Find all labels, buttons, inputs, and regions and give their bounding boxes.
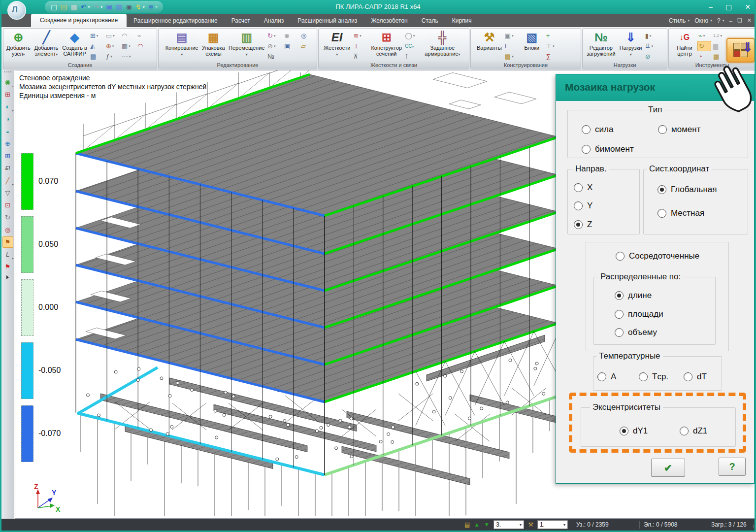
radio-circle[interactable] xyxy=(657,185,666,194)
mark-flag-icon[interactable]: ⚑ xyxy=(2,261,13,272)
given-reinforcement-button[interactable]: ╬ Заданноеармирование▾ xyxy=(423,29,462,61)
radio-mestnaya[interactable]: Местная xyxy=(657,208,704,218)
mesh-gen-icon[interactable]: ▦▾ xyxy=(121,41,135,51)
toolbar-grip[interactable] xyxy=(4,71,11,75)
prev-loadcase-icon[interactable]: ▲ xyxy=(474,521,480,528)
radio-dline[interactable]: длине xyxy=(615,291,652,300)
steel-beam-icon[interactable]: Ⅰ xyxy=(504,41,519,51)
copy-props-icon[interactable]: ▣ xyxy=(283,41,299,51)
ribbon-minimize-button[interactable]: – xyxy=(729,18,732,24)
radio-circle[interactable] xyxy=(582,125,591,134)
radio-circle[interactable] xyxy=(615,328,624,337)
weight-icon[interactable]: ▮▾ xyxy=(644,31,659,41)
load-case-editor-button[interactable]: № Редакторзагружений xyxy=(585,29,618,61)
stamp-icon[interactable]: ▱ xyxy=(300,41,316,51)
radio-x[interactable]: X xyxy=(574,183,592,193)
fragment-icon[interactable]: ⊡ xyxy=(2,200,13,211)
radio-circle[interactable] xyxy=(639,372,648,381)
radio-dt[interactable]: dT xyxy=(684,372,707,382)
loadcase-select[interactable]: 3.▾ xyxy=(493,520,524,529)
section-shape-icon[interactable]: ◯▾ xyxy=(404,31,423,41)
radio-circle[interactable] xyxy=(574,183,583,192)
okno-dropdown-icon[interactable]: ▾ xyxy=(710,18,712,23)
numbering-icon[interactable]: 1,2▾ xyxy=(712,31,726,41)
masonry-icon[interactable]: ▤▾ xyxy=(504,51,519,62)
loadcase-icon[interactable]: ▤ xyxy=(464,521,470,528)
arch-gen-icon[interactable]: ◠ xyxy=(136,41,151,51)
shell-b-icon[interactable]: ◑ xyxy=(2,113,13,125)
renumber-icon[interactable]: № xyxy=(266,51,282,62)
style-dropdown-icon[interactable]: ▾ xyxy=(688,18,690,23)
mesh-icon[interactable]: ⊞ xyxy=(2,150,13,162)
mirror-icon[interactable]: ⊘▾ xyxy=(266,41,282,51)
ribbon-restore-button[interactable]: ❏ xyxy=(737,17,742,24)
measure-icon[interactable]: ⌁▾ xyxy=(697,31,711,41)
radio-sila[interactable]: сила xyxy=(582,125,613,134)
cc2-icon[interactable]: CC₂ xyxy=(404,41,423,51)
delete-load-icon[interactable]: ⊘ xyxy=(644,51,659,62)
elastic-support-icon[interactable]: ⊼ xyxy=(352,51,369,62)
select-nodes-icon[interactable]: ◉▾ xyxy=(2,76,13,88)
move-button[interactable]: ▥ Перемещение▾ xyxy=(227,29,266,61)
volume-icon[interactable]: ▣▾ xyxy=(504,31,519,41)
stiffness-ei-icon[interactable]: EI xyxy=(2,163,13,174)
help-button[interactable]: ? xyxy=(719,458,746,476)
solid-gen-icon[interactable]: ▭▾ xyxy=(105,31,120,41)
stiffness-button[interactable]: EI Жесткости▾ xyxy=(322,29,352,61)
truss-gen-icon[interactable]: ◭ xyxy=(89,41,104,51)
menu-okno[interactable]: Окно xyxy=(694,17,708,24)
tab-sozdanie-i-redaktirovanie[interactable]: Создание и редактирование xyxy=(31,14,127,27)
radio-moment[interactable]: момент xyxy=(658,125,700,134)
jack-icon[interactable]: ⊺ xyxy=(404,51,423,62)
move-node-icon[interactable]: ⊕▾ xyxy=(105,41,120,51)
variant-select[interactable]: 1.▾ xyxy=(537,520,568,529)
radio-tsr[interactable]: Tср. xyxy=(639,372,668,382)
variant-icon[interactable]: ⚒ xyxy=(528,521,533,528)
create-in-sapfir-button[interactable]: ◆ Создать вСАПФИР xyxy=(60,29,89,61)
close-button[interactable]: ✕ xyxy=(745,3,751,10)
blocks-button[interactable]: ▧ Блоки xyxy=(519,29,545,61)
radio-circle[interactable] xyxy=(574,201,583,210)
resize-grip[interactable]: ⠿ xyxy=(753,524,756,530)
radio-circle[interactable] xyxy=(582,145,591,154)
radio-circle[interactable] xyxy=(574,220,583,229)
building-gen-icon[interactable]: ▤ xyxy=(89,51,104,62)
next-loadcase-icon[interactable]: ▼ xyxy=(484,521,490,528)
tab-raschet[interactable]: Расчет xyxy=(225,15,257,27)
pack-scheme-button[interactable]: ▦ Упаковкасхемы xyxy=(200,29,227,61)
radio-a[interactable]: A xyxy=(597,372,616,382)
tp-icon[interactable]: ⊤▾ xyxy=(545,41,560,51)
menu-style[interactable]: Стиль xyxy=(669,17,686,24)
distributed-load-icon[interactable]: ⇊▾ xyxy=(644,41,659,51)
add-node-button[interactable]: ⊕ Добавитьузел▾ xyxy=(4,29,33,61)
radio-circle[interactable] xyxy=(615,291,624,300)
radio-circle[interactable] xyxy=(616,252,625,261)
active-flag-icon[interactable]: ⚑ xyxy=(2,236,13,248)
variants-button[interactable]: ⚒ Варианты xyxy=(475,29,504,61)
copy-button[interactable]: ▤ Копирование▾ xyxy=(164,29,200,61)
filter-icon[interactable]: ▽ xyxy=(2,187,13,199)
tab-rasshirennoe-redaktirovanie[interactable]: Расширенное редактирование xyxy=(127,15,225,27)
restraints-icon[interactable]: ⊥ xyxy=(352,41,369,51)
apply-button[interactable]: ✔ xyxy=(651,459,685,477)
cut-icon[interactable]: ⊗ xyxy=(283,31,299,41)
section-constructor-button[interactable]: ⊞ Конструкторсечений xyxy=(369,29,404,61)
toolbar-expand-icon[interactable] xyxy=(6,275,9,279)
shell-a-icon[interactable]: ◐▾ xyxy=(2,101,13,112)
dome-gen-icon[interactable]: ◠ xyxy=(121,31,135,41)
surface-gen-icon[interactable]: ⌁ xyxy=(136,31,151,41)
tab-analiz[interactable]: Анализ xyxy=(257,15,291,27)
radio-obemu[interactable]: объему xyxy=(615,328,657,337)
dashed-mesh-icon[interactable]: ⋯▾ xyxy=(121,51,135,62)
find-center-button[interactable]: ↓G Найтицентр xyxy=(672,29,697,61)
tab-rasshirennyj-analiz[interactable]: Расширенный анализ xyxy=(291,15,364,27)
zoom-select-icon[interactable]: ◎ xyxy=(300,31,316,41)
springs-icon[interactable]: ≋▾ xyxy=(352,31,369,41)
loads-button[interactable]: ⇓ Нагрузки▾ xyxy=(618,29,644,61)
menu-help[interactable]: ? xyxy=(717,17,721,24)
tab-stal[interactable]: Сталь xyxy=(415,15,445,27)
radio-y[interactable]: Y xyxy=(574,201,592,211)
totals-icon[interactable]: ∑ xyxy=(545,51,560,62)
add-element-button[interactable]: ╱ Добавитьэлемент▾ xyxy=(33,29,61,61)
select-frame-icon[interactable]: ⊞ xyxy=(2,89,13,100)
